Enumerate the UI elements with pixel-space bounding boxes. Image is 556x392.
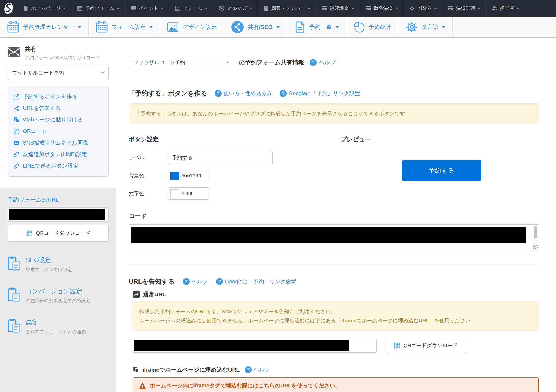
warning-text: ホームページ内にiframeタグで埋込む際にはこちらのURLを使ってください。 [150,382,341,389]
tool-subtitle: 検索エンジン向け設定 [26,267,72,273]
link-qr-code[interactable]: QRコード [13,128,103,135]
calendar-icon [96,21,108,33]
button-label-input[interactable] [168,151,273,164]
chevron-down-icon [78,26,81,30]
question-icon: ? [183,278,190,285]
nav-item-subscription[interactable]: 継続課金 [316,0,360,17]
nav-item-customers[interactable]: 顧客・メンバー [257,0,316,17]
toolbar-item-booking-list[interactable]: 予約一覧 [287,17,346,37]
resize-grip[interactable] [533,245,538,249]
toolbar-label: 予約統計 [369,23,391,31]
help-label: Googleに「予約」リンク設置 [225,278,296,285]
link-paste-to-webpage[interactable]: Webページに貼り付ける [13,116,103,123]
normal-url-note: 作成した予約フォームのURLです。SNSでのシェアやメール告知にご利用ください。… [133,301,539,331]
app-logo[interactable] [0,0,17,17]
sidebar-item-conversion-settings[interactable]: コンバージョン設定 各種広告の効果測定タグの設定 [8,287,109,304]
normal-url-field[interactable] [133,339,377,353]
sidebar-item-attract-customers[interactable]: 集客 各種アフィリエイトとの連携 [8,318,109,335]
link-line-send-button[interactable]: LINEで送るボタン設定 [13,162,103,169]
tool-title: SEO設定 [26,256,72,264]
chevron-down-icon [101,71,105,74]
nav-label: イベント [139,5,159,12]
image-icon [167,21,179,33]
external-link-icon [13,94,20,100]
toolbar-item-design-settings[interactable]: デザイン設定 [160,17,224,37]
scrollbar-thumb[interactable] [534,226,537,238]
google-booking-link[interactable]: ?Googleに「予約」リンク設置 [216,278,296,285]
iframe-warning-box: ホームページ内にiframeタグで埋込む際にはこちらのURLを使ってください。 [133,377,539,392]
google-booking-link[interactable]: ?Googleに「予約」リンク設置 [280,90,360,97]
booking-form-url-link[interactable]: 予約フォームのURL [8,196,109,204]
usage-embed-help-link[interactable]: ?使い方・埋め込み方 [215,90,272,97]
question-icon: ? [310,59,317,66]
nav-item-staff[interactable]: 担当者 [486,0,525,17]
help-link[interactable]: ?ヘルプ [310,59,336,66]
chevron-down-icon [225,61,230,64]
nav-label: 回数券 [417,5,432,12]
toolbar-label: 予約管理カレンダー [23,23,74,31]
qr-download-button[interactable]: QRコードダウンロード [8,225,109,242]
nav-item-newsletter[interactable]: メルマガ [213,0,257,17]
preview-booking-button[interactable]: 予約する [402,160,481,181]
toolbar-item-booking-calendar[interactable]: 予約管理カレンダー [0,17,89,37]
share-subtitle: 予約フォームのURL/貼り付けコード [8,54,109,61]
tool-title: 集客 [26,318,86,327]
page-icon [23,5,29,11]
calendar-icon [7,21,19,33]
nav-item-ticket[interactable]: 回数券 [403,0,442,17]
text-color-value: #ffffff [181,191,192,197]
nav-label: 決済関連 [456,5,475,12]
redacted-url [134,340,349,351]
copy-icon [13,117,20,123]
envelope-icon [8,47,20,57]
nav-item-event[interactable]: イベント [125,0,169,17]
link-announce-url[interactable]: URLを告知する [13,105,103,112]
nav-label: フォーム [183,5,203,12]
pie-chart-icon [353,21,365,33]
qr-download-button[interactable]: QRコードダウンロード [386,338,466,353]
toolbar-item-multilingual[interactable]: 多言語 [398,17,453,37]
bg-color-value: #0073d9 [181,173,201,179]
qr-code-icon [394,342,401,349]
ticket-icon [409,5,415,11]
main-form-select[interactable]: フットサルコート予約 [129,56,233,69]
tool-subtitle: 各種広告の効果測定タグの設定 [26,298,90,304]
link-label: LINEで送るボタン設定 [23,162,78,169]
chevron-down-icon [478,8,481,11]
link-line-add-friend[interactable]: 友達追加ボタン(LINE)設定 [13,151,103,158]
tool-subtitle: 各種アフィリエイトとの連携 [26,329,86,335]
clipboard-icon [8,318,21,333]
nav-item-booking-form[interactable]: 予約フォーム [71,0,125,17]
help-link[interactable]: ?ヘルプ [245,366,270,373]
nav-label: メルマガ [227,5,247,12]
nav-item-payment-related[interactable]: 決済関連 [442,0,486,17]
nav-item-homepage[interactable]: ホームページ [17,0,71,17]
nav-label: 担当者 [500,5,514,12]
toolbar-item-booking-stats[interactable]: 予約統計 [346,17,398,37]
nav-item-form[interactable]: フォーム [169,0,213,17]
copy-icon [133,366,140,373]
booking-form-url-field[interactable] [8,207,109,222]
embed-code-textarea[interactable] [129,224,539,250]
text-color-input[interactable]: #ffffff [168,187,209,200]
chevron-down-icon [336,26,339,30]
link-label: QRコード [23,128,47,135]
calendar-icon [77,5,83,11]
main-content: フットサルコート予約 の予約フォーム共有情報 ?ヘルプ 「予約する」ボタンを作る… [116,38,556,392]
help-label: ヘルプ [254,366,270,373]
help-link[interactable]: ?ヘルプ [183,278,208,285]
sidebar-gray-section: 予約フォームのURL QRコードダウンロード SEO設定 検索エンジン向け設定 … [0,188,116,392]
sidebar-form-select[interactable]: フットサルコート予約 [8,66,109,80]
link-sns-thumbnail[interactable]: SNS掲載時サムネイル画像 [13,139,103,146]
redacted-code [131,227,526,243]
nav-item-onetime-payment[interactable]: 単発決済 [360,0,403,17]
link-label: Webページに貼り付ける [23,116,83,123]
bg-color-input[interactable]: #0073d9 [168,170,209,182]
toolbar-item-share-seo[interactable]: 共有/SEO [224,17,287,37]
sidebar-item-seo-settings[interactable]: SEO設定 検索エンジン向け設定 [8,256,109,273]
toolbar-item-form-settings[interactable]: フォーム設定 [89,17,160,37]
link-make-booking-button[interactable]: 予約するボタンを作る [13,93,103,100]
nav-label: 継続課金 [330,5,349,12]
link-label: 予約するボタンを作る [23,93,77,100]
tool-title: コンバージョン設定 [26,287,90,295]
